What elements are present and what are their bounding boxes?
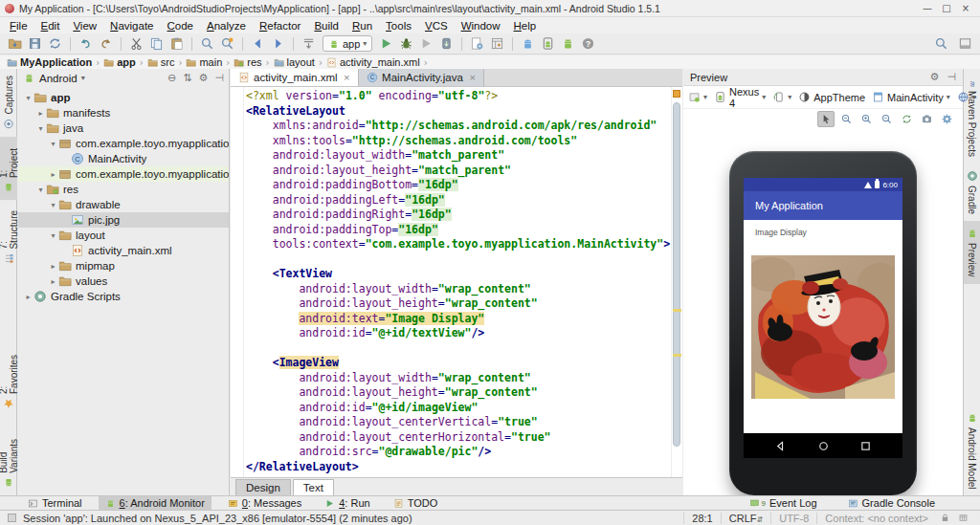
close-icon[interactable]: ×: [469, 73, 477, 82]
run-coverage-icon[interactable]: [417, 35, 435, 53]
tool-tab-2-favorites[interactable]: 2: Favorites: [0, 344, 17, 416]
toolwindow-toggle-icon[interactable]: [8, 514, 16, 522]
menu-edit[interactable]: Edit: [34, 20, 67, 32]
menu-view[interactable]: View: [66, 20, 103, 32]
activity-picker[interactable]: MainActivity▾: [872, 91, 950, 103]
pointer-tool-icon[interactable]: [817, 111, 835, 127]
breadcrumb-activity-main-xml[interactable]: activity_main.xml: [324, 56, 422, 68]
orientation-picker[interactable]: ▾: [772, 91, 791, 103]
tree-item-values[interactable]: ▸values: [18, 273, 229, 289]
hide-panel-icon[interactable]: ⊣: [947, 71, 956, 83]
file-encoding[interactable]: UTF-8: [770, 513, 816, 524]
sdk-manager-icon[interactable]: [519, 35, 537, 53]
copy-icon[interactable]: [147, 35, 166, 53]
debug-icon[interactable]: [397, 35, 415, 53]
menu-code[interactable]: Code: [161, 20, 201, 32]
configuration-picker[interactable]: ▾: [688, 91, 707, 103]
collapse-windows-icon[interactable]: [300, 35, 318, 53]
code-area[interactable]: <?xml version="1.0" encoding="utf-8"?><R…: [231, 87, 682, 477]
run-configuration-select[interactable]: app▾: [323, 35, 372, 52]
breadcrumb-app[interactable]: app: [101, 56, 138, 68]
preview-settings-icon[interactable]: [938, 111, 955, 127]
gear-icon[interactable]: ⚙: [199, 72, 209, 84]
avd-manager-icon[interactable]: [539, 35, 557, 53]
tool-tab-7-structure[interactable]: 7: Structure: [0, 200, 17, 272]
toolwindow-tab-0-messages[interactable]: 0: Messages: [221, 496, 308, 511]
find-icon[interactable]: [198, 35, 216, 53]
tool-tab-captures[interactable]: Captures: [0, 69, 17, 137]
save-icon[interactable]: [26, 35, 44, 53]
tree-item-drawable[interactable]: ▾drawable: [18, 197, 229, 212]
toolwindow-tab-4-run[interactable]: 4: Run: [318, 496, 376, 511]
zoom-actual-icon[interactable]: [837, 111, 855, 127]
undo-icon[interactable]: [77, 35, 95, 53]
editor-tab-mainactivity-java[interactable]: CMainActivity.java×: [359, 69, 484, 86]
project-structure-icon[interactable]: [488, 35, 506, 53]
menu-tools[interactable]: Tools: [379, 20, 418, 32]
breadcrumb-layout[interactable]: layout: [272, 56, 317, 68]
tree-item-manifests[interactable]: ▸manifests: [18, 105, 229, 120]
tree-item-res[interactable]: ▾res: [18, 182, 229, 197]
tree-item-pic-jpg[interactable]: pic.jpg: [18, 212, 229, 228]
write-lock-icon[interactable]: [936, 513, 954, 523]
menu-navigate[interactable]: Navigate: [103, 20, 160, 32]
toolwindow-tab-6-android-monitor[interactable]: 6: Android Monitor: [99, 496, 212, 511]
run-icon[interactable]: [377, 35, 395, 53]
tree-item-layout[interactable]: ▾layout: [18, 228, 229, 243]
breadcrumb-myapplication[interactable]: MyApplication: [5, 56, 94, 68]
zoom-out-icon[interactable]: [878, 111, 895, 127]
close-icon[interactable]: ×: [344, 73, 351, 82]
inspection-profile-icon[interactable]: [954, 513, 972, 523]
toolwindow-tab-terminal[interactable]: Terminal: [21, 496, 89, 511]
gear-icon[interactable]: ⚙: [930, 71, 940, 83]
tool-tab-1-project[interactable]: 1: Project: [0, 137, 17, 200]
breadcrumb-src[interactable]: src: [145, 56, 177, 68]
scroll-from-source-icon[interactable]: ⇅: [183, 72, 191, 84]
editor-scrollbar[interactable]: [673, 102, 680, 447]
refresh-preview-icon[interactable]: [898, 111, 915, 127]
tool-tab-preview[interactable]: Preview: [964, 221, 980, 284]
toolwindow-tab-todo[interactable]: TODO: [387, 496, 445, 511]
forward-icon[interactable]: [269, 35, 287, 53]
menu-build[interactable]: Build: [307, 20, 345, 32]
zoom-in-icon[interactable]: [858, 111, 875, 127]
tool-tab-gradle[interactable]: Gradle: [964, 164, 980, 221]
open-folder-icon[interactable]: [6, 35, 24, 53]
tree-item-mainactivity[interactable]: CMainActivity: [18, 151, 229, 166]
menu-file[interactable]: File: [3, 20, 34, 32]
project-view-selector[interactable]: Android: [39, 73, 78, 84]
back-icon[interactable]: [249, 35, 267, 53]
tree-item-activity-main-xml[interactable]: activity_main.xml: [18, 243, 229, 258]
editor-tab-activity-main-xml[interactable]: activity_main.xml×: [231, 69, 359, 86]
line-ending-selector[interactable]: CRLF⇵: [721, 513, 770, 524]
menu-help[interactable]: Help: [507, 20, 544, 32]
paste-icon[interactable]: [167, 35, 186, 53]
minimize-button[interactable]: —: [918, 0, 937, 16]
hide-panel-icon[interactable]: ⊣: [214, 72, 224, 84]
panels-icon[interactable]: [956, 35, 974, 53]
cut-icon[interactable]: [127, 35, 145, 53]
synchronize-icon[interactable]: [46, 35, 64, 53]
tool-tab-maven-projects[interactable]: mMaven Projects: [964, 69, 980, 164]
help-icon[interactable]: ?: [579, 35, 597, 53]
menu-window[interactable]: Window: [455, 20, 507, 32]
menu-vcs[interactable]: VCS: [418, 20, 455, 32]
sync-gradle-icon[interactable]: [468, 35, 486, 53]
caret-position[interactable]: 28:1: [683, 513, 720, 524]
tool-tab-android-model[interactable]: Android Model: [964, 405, 980, 495]
context-indicator[interactable]: Context: <no context>: [816, 513, 936, 524]
locale-picker[interactable]: ▾: [957, 91, 976, 103]
menu-analyze[interactable]: Analyze: [200, 20, 253, 32]
search-icon[interactable]: [932, 35, 950, 53]
close-button[interactable]: ×: [956, 0, 975, 16]
breadcrumb-main[interactable]: main: [184, 56, 224, 68]
redo-icon[interactable]: [97, 35, 115, 53]
menu-run[interactable]: Run: [345, 20, 379, 32]
tree-item-app[interactable]: ▾app: [18, 90, 229, 105]
toolwindow-tab-event-log[interactable]: 9Event Log: [743, 496, 824, 511]
maximize-button[interactable]: □: [937, 0, 956, 16]
theme-picker[interactable]: AppTheme: [798, 91, 865, 103]
tool-tab-build-variants[interactable]: Build Variants: [0, 416, 17, 495]
error-stripe[interactable]: [671, 87, 682, 477]
code-text[interactable]: <?xml version="1.0" encoding="utf-8"?><R…: [244, 87, 671, 477]
